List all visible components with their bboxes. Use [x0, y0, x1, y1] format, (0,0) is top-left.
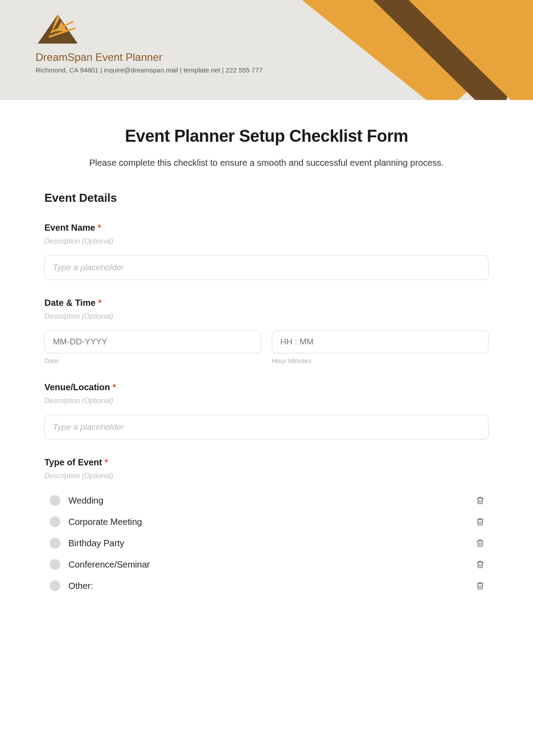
radio-list: Wedding Corporate Meeting Birthday Party…	[44, 490, 489, 596]
radio-label: Other:	[68, 581, 475, 591]
company-contact-line: Richmond, CA 94801 | inquire@dreamspan.m…	[36, 66, 533, 74]
field-venue: Venue/Location * Description (Optional)	[44, 382, 489, 440]
radio-button[interactable]	[50, 559, 60, 570]
field-type-of-event: Type of Event * Description (Optional) W…	[44, 457, 489, 596]
field-label: Venue/Location *	[44, 382, 489, 392]
required-mark: *	[98, 223, 101, 232]
radio-option-corporate: Corporate Meeting	[44, 511, 489, 532]
required-mark: *	[98, 298, 102, 308]
field-description[interactable]: Description (Optional)	[44, 397, 489, 405]
field-description[interactable]: Description (Optional)	[44, 237, 489, 245]
time-sublabel: Hour Minutes	[272, 357, 489, 364]
field-label: Date & Time *	[44, 298, 489, 308]
radio-button[interactable]	[50, 495, 60, 506]
trash-icon[interactable]	[475, 581, 485, 591]
field-description[interactable]: Description (Optional)	[44, 472, 489, 480]
trash-icon[interactable]	[475, 496, 485, 505]
form-subtitle: Please complete this checklist to ensure…	[44, 156, 489, 170]
radio-option-conference: Conference/Seminar	[44, 554, 489, 575]
field-date-time: Date & Time * Description (Optional) Dat…	[44, 298, 489, 364]
radio-label: Birthday Party	[68, 538, 475, 548]
required-mark: *	[104, 457, 108, 467]
radio-option-birthday: Birthday Party	[44, 532, 489, 554]
company-logo	[36, 12, 80, 46]
form-content: Event Planner Setup Checklist Form Pleas…	[0, 100, 533, 614]
required-mark: *	[112, 382, 116, 392]
trash-icon[interactable]	[475, 560, 485, 569]
section-event-details-title: Event Details	[44, 191, 489, 205]
event-name-input[interactable]	[44, 255, 489, 280]
radio-button[interactable]	[50, 580, 60, 591]
radio-option-wedding: Wedding	[44, 490, 489, 511]
date-sublabel: Date	[44, 357, 261, 364]
time-input[interactable]	[272, 330, 489, 353]
form-title: Event Planner Setup Checklist Form	[44, 127, 489, 146]
date-input[interactable]	[44, 330, 261, 353]
radio-button[interactable]	[50, 516, 60, 527]
field-label: Type of Event *	[44, 457, 489, 468]
radio-label: Corporate Meeting	[68, 517, 475, 527]
radio-button[interactable]	[50, 538, 60, 548]
trash-icon[interactable]	[475, 517, 485, 527]
label-text: Date & Time	[44, 298, 95, 308]
label-text: Venue/Location	[44, 382, 110, 392]
radio-label: Conference/Seminar	[68, 560, 475, 570]
label-text: Event Name	[44, 223, 95, 232]
field-description[interactable]: Description (Optional)	[44, 312, 489, 320]
label-text: Type of Event	[44, 457, 102, 467]
field-event-name: Event Name * Description (Optional)	[44, 223, 489, 280]
page-header: DreamSpan Event Planner Richmond, CA 948…	[0, 0, 533, 100]
company-name: DreamSpan Event Planner	[36, 51, 533, 64]
trash-icon[interactable]	[475, 538, 485, 548]
radio-option-other: Other:	[44, 575, 489, 596]
field-label: Event Name *	[44, 223, 489, 233]
radio-label: Wedding	[68, 496, 475, 506]
venue-input[interactable]	[44, 415, 489, 440]
